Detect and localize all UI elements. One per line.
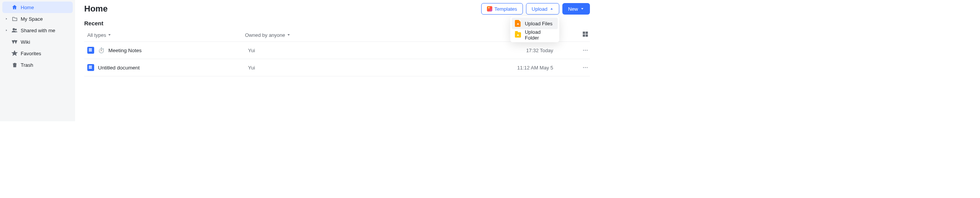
sidebar-item-label: Favorites xyxy=(21,51,41,56)
svg-point-10 xyxy=(585,67,586,68)
sidebar-item-trash[interactable]: Trash xyxy=(2,59,73,71)
chevron-right-icon xyxy=(5,17,8,20)
document-icon xyxy=(87,47,94,54)
filter-type-dropdown[interactable]: All types xyxy=(87,32,111,38)
upload-folder-item[interactable]: Upload Folder xyxy=(512,29,558,41)
people-icon xyxy=(11,27,18,33)
templates-icon xyxy=(487,6,492,12)
sidebar-item-label: Shared with me xyxy=(21,28,55,33)
wiki-icon xyxy=(11,39,18,45)
grid-view-icon[interactable] xyxy=(582,31,588,39)
dropdown-item-label: Upload Files xyxy=(525,21,552,26)
sidebar-item-label: Home xyxy=(21,5,34,10)
chevron-down-icon xyxy=(108,32,111,38)
svg-rect-4 xyxy=(583,35,585,36)
file-row[interactable]: ⏱️ Meeting Notes Yui 17:32 Today xyxy=(84,42,590,59)
sidebar: Home My Space Shared with me Wiki Favori… xyxy=(0,0,75,121)
chevron-up-icon xyxy=(550,7,554,11)
sidebar-item-label: Trash xyxy=(21,63,33,68)
svg-point-11 xyxy=(586,67,587,68)
sidebar-item-my-space[interactable]: My Space xyxy=(2,13,73,25)
sidebar-item-favorites[interactable]: Favorites xyxy=(2,48,73,59)
more-actions-button[interactable] xyxy=(576,47,590,53)
header-actions: Templates Upload Upload Files Upload Fol… xyxy=(481,3,590,15)
file-name: Untitled document xyxy=(98,65,140,71)
file-owner: Yui xyxy=(248,65,298,71)
file-time: 11:12 AM May 5 xyxy=(298,65,576,71)
sidebar-item-shared[interactable]: Shared with me xyxy=(2,25,73,36)
file-owner: Yui xyxy=(248,48,298,53)
svg-rect-2 xyxy=(583,32,585,34)
svg-point-7 xyxy=(585,50,586,51)
upload-dropdown: Upload Files Upload Folder xyxy=(510,16,559,42)
header: Home Templates Upload Upload Files xyxy=(84,3,590,15)
file-name: Meeting Notes xyxy=(108,48,142,53)
button-label: Upload xyxy=(532,6,547,12)
svg-point-1 xyxy=(15,29,16,30)
sidebar-item-wiki[interactable]: Wiki xyxy=(2,36,73,48)
button-label: Templates xyxy=(495,6,517,12)
star-icon xyxy=(11,50,18,56)
page-title: Home xyxy=(84,4,108,14)
sidebar-item-label: My Space xyxy=(21,16,43,21)
filter-owner-dropdown[interactable]: Owned by anyone xyxy=(245,32,291,38)
templates-button[interactable]: Templates xyxy=(481,3,523,15)
file-time: 17:32 Today xyxy=(298,48,576,53)
folder-icon xyxy=(11,16,18,22)
upload-folder-icon xyxy=(515,32,521,38)
svg-rect-3 xyxy=(586,32,588,34)
chevron-down-icon xyxy=(287,32,291,38)
home-icon xyxy=(11,4,18,10)
upload-files-item[interactable]: Upload Files xyxy=(512,18,558,29)
filter-label: All types xyxy=(87,32,106,38)
svg-rect-5 xyxy=(586,35,588,36)
more-actions-button[interactable] xyxy=(576,64,590,71)
svg-point-8 xyxy=(586,50,587,51)
chevron-down-icon xyxy=(580,7,584,11)
svg-point-6 xyxy=(583,50,584,51)
new-button[interactable]: New xyxy=(562,3,590,15)
chevron-right-icon xyxy=(5,29,8,32)
main-content: Home Templates Upload Upload Files xyxy=(75,0,599,121)
file-row[interactable]: Untitled document Yui 11:12 AM May 5 xyxy=(84,59,590,76)
upload-file-icon xyxy=(515,20,521,26)
dropdown-item-label: Upload Folder xyxy=(525,29,555,41)
document-icon xyxy=(87,64,94,71)
sidebar-item-label: Wiki xyxy=(21,40,30,45)
button-label: New xyxy=(568,6,578,12)
timer-icon: ⏱️ xyxy=(98,47,105,53)
svg-point-9 xyxy=(583,67,584,68)
trash-icon xyxy=(11,62,18,68)
filter-label: Owned by anyone xyxy=(245,32,285,38)
svg-point-0 xyxy=(13,28,15,30)
sidebar-item-home[interactable]: Home xyxy=(2,2,73,13)
upload-button[interactable]: Upload xyxy=(526,3,559,15)
